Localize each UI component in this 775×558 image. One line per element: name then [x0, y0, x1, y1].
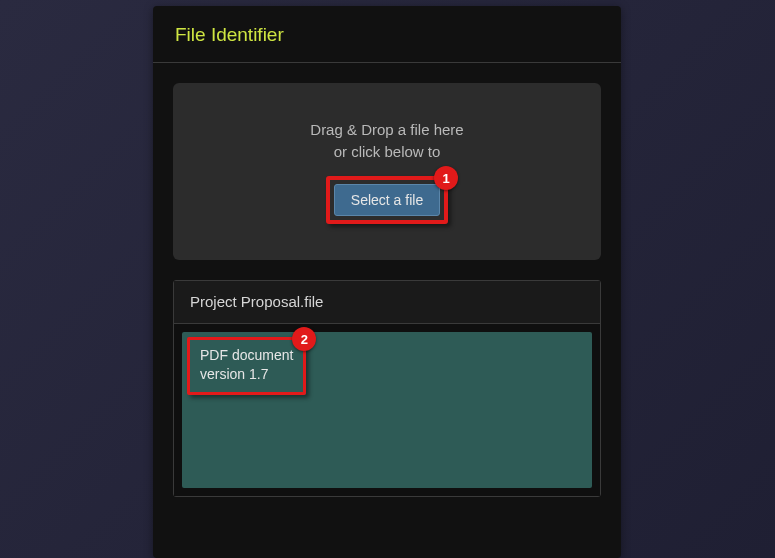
drop-line-1: Drag & Drop a file here [310, 121, 463, 138]
select-file-button[interactable]: Select a file [334, 184, 440, 216]
filetype-text: PDF document version 1.7 [200, 346, 293, 384]
drop-instructions: Drag & Drop a file here or click below t… [310, 119, 463, 163]
drop-zone[interactable]: Drag & Drop a file here or click below t… [173, 83, 601, 260]
select-button-highlight: Select a file 1 [326, 176, 448, 224]
annotation-marker-2: 2 [292, 327, 316, 351]
drop-line-2: or click below to [334, 143, 441, 160]
app-title: File Identifier [175, 24, 599, 46]
result-output-box: PDF document version 1.7 2 [182, 332, 592, 488]
result-card: Project Proposal.file PDF document versi… [173, 280, 601, 497]
result-body: PDF document version 1.7 2 [174, 324, 600, 496]
filetype-line-2: version 1.7 [200, 366, 268, 382]
result-header: Project Proposal.file [174, 281, 600, 324]
filetype-line-1: PDF document [200, 347, 293, 363]
result-filename: Project Proposal.file [190, 293, 323, 310]
main-panel: File Identifier Drag & Drop a file here … [153, 6, 621, 558]
annotation-marker-1: 1 [434, 166, 458, 190]
panel-header: File Identifier [153, 6, 621, 63]
filetype-highlight: PDF document version 1.7 2 [187, 337, 306, 395]
